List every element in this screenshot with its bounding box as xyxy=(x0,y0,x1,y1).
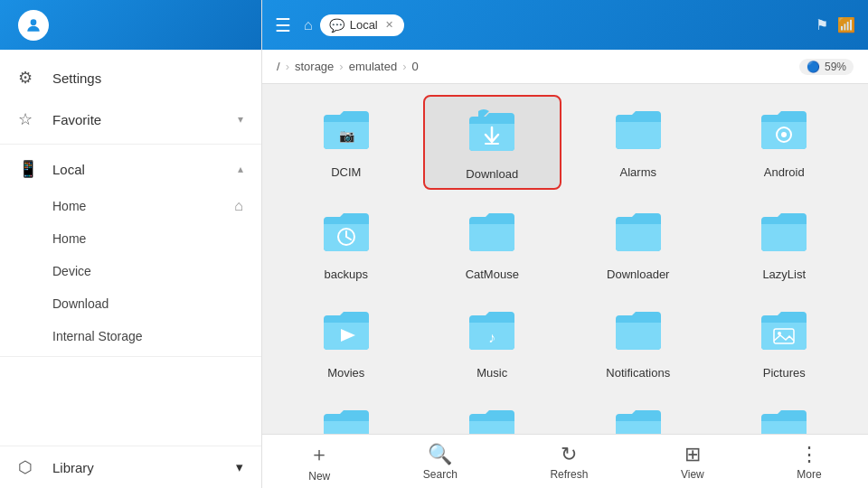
sidebar-item-library[interactable]: ⬡ Library ▾ xyxy=(0,446,261,488)
search-icon: 🔍 xyxy=(428,443,452,466)
tab-close-icon[interactable]: ✕ xyxy=(385,19,393,31)
view-icon: ⊞ xyxy=(684,443,701,466)
file-item-extra4[interactable] xyxy=(715,394,854,434)
file-item-movies[interactable]: Movies xyxy=(277,296,416,387)
breadcrumb-sep2: › xyxy=(339,60,343,73)
topbar-home-icon[interactable]: ⌂ xyxy=(304,17,313,33)
sidebar-sub-home2[interactable]: Home xyxy=(0,222,261,255)
topbar-actions: ⚑ 📶 xyxy=(816,16,855,33)
storage-percent: 59% xyxy=(825,61,846,73)
file-name-backups: backups xyxy=(325,267,368,281)
sidebar-header xyxy=(0,0,261,50)
file-name-android: Android xyxy=(764,165,805,179)
file-grid: 📷 DCIM Download xyxy=(277,95,854,434)
folder-icon-pictures xyxy=(758,306,810,361)
topbar-flag-icon[interactable]: ⚑ xyxy=(816,16,828,33)
main-area: ☰ ⌂ 💬 Local ✕ ⚑ 📶 / › storage › emulated… xyxy=(262,0,868,488)
svg-point-3 xyxy=(781,132,787,137)
tab-local-icon: 💬 xyxy=(329,18,344,33)
svg-point-0 xyxy=(31,19,37,25)
sidebar-sub-home1[interactable]: Home ⌂ xyxy=(0,190,261,222)
toolbar-search-button[interactable]: 🔍 Search xyxy=(414,439,467,484)
file-name-notifications: Notifications xyxy=(606,366,670,380)
sidebar-sub-home2-label: Home xyxy=(52,231,86,246)
file-item-android[interactable]: Android xyxy=(715,95,854,190)
folder-icon-extra4 xyxy=(758,405,810,434)
sidebar-local-label: Local xyxy=(52,162,238,177)
toolbar-search-label: Search xyxy=(423,468,458,481)
sidebar-menu: ⚙ Settings ☆ Favorite ▾ 📱 Local ▴ Home ⌂… xyxy=(0,50,261,446)
sidebar-library-label: Library xyxy=(52,460,94,475)
file-item-extra3[interactable] xyxy=(569,394,708,434)
folder-icon-android xyxy=(758,106,810,160)
chevron-down-icon: ▾ xyxy=(238,113,243,126)
file-name-movies: Movies xyxy=(327,366,364,380)
sidebar-settings-label: Settings xyxy=(52,70,243,86)
sidebar-sub-home1-label: Home xyxy=(52,199,86,213)
file-name-catmouse: CatMouse xyxy=(466,267,519,281)
library-icon: ⬡ xyxy=(18,457,40,477)
file-item-extra1[interactable] xyxy=(277,394,416,434)
sidebar-sub-internal-label: Internal Storage xyxy=(52,329,143,343)
file-item-lazylist[interactable]: LazyList xyxy=(715,197,854,288)
toolbar-more-button[interactable]: ⋮ More xyxy=(788,439,830,484)
file-name-download: Download xyxy=(466,167,518,181)
svg-text:♪: ♪ xyxy=(488,330,495,345)
storage-badge: 🔵 59% xyxy=(799,59,854,75)
sidebar: ⚙ Settings ☆ Favorite ▾ 📱 Local ▴ Home ⌂… xyxy=(0,0,262,488)
sidebar-divider2 xyxy=(0,356,261,357)
settings-icon: ⚙ xyxy=(18,68,40,88)
toolbar-refresh-button[interactable]: ↻ Refresh xyxy=(541,439,597,484)
sidebar-divider xyxy=(0,144,261,145)
breadcrumb-emulated[interactable]: emulated xyxy=(349,60,397,73)
folder-icon-movies xyxy=(320,306,373,361)
file-name-pictures: Pictures xyxy=(763,366,806,380)
file-item-dcim[interactable]: 📷 DCIM xyxy=(277,95,416,190)
file-item-extra2[interactable] xyxy=(423,394,562,434)
file-item-catmouse[interactable]: CatMouse xyxy=(423,197,562,288)
breadcrumb-sep1: › xyxy=(286,60,289,73)
local-icon: 📱 xyxy=(18,159,40,179)
sidebar-item-favorite[interactable]: ☆ Favorite ▾ xyxy=(0,99,261,140)
breadcrumb-sep3: › xyxy=(402,60,406,73)
topbar-wifi-icon[interactable]: 📶 xyxy=(837,16,855,33)
file-item-alarms[interactable]: Alarms xyxy=(569,95,708,190)
sidebar-item-settings[interactable]: ⚙ Settings xyxy=(0,57,261,99)
sidebar-sub-device[interactable]: Device xyxy=(0,255,261,287)
toolbar-view-button[interactable]: ⊞ View xyxy=(672,439,713,484)
new-icon: ＋ xyxy=(309,441,329,468)
sidebar-favorite-label: Favorite xyxy=(52,112,238,127)
sidebar-sub-internal[interactable]: Internal Storage xyxy=(0,320,261,352)
folder-icon-notifications xyxy=(612,306,665,361)
file-item-music[interactable]: ♪ Music xyxy=(423,296,562,387)
bottom-toolbar: ＋ New 🔍 Search ↻ Refresh ⊞ View ⋮ More xyxy=(262,434,868,488)
favorite-icon: ☆ xyxy=(18,109,40,129)
file-item-notifications[interactable]: Notifications xyxy=(569,296,708,387)
folder-icon-extra2 xyxy=(466,405,518,434)
folder-icon-dcim: 📷 xyxy=(320,106,373,160)
file-item-backups[interactable]: backups xyxy=(277,197,416,288)
chevron-up-icon: ▴ xyxy=(238,163,243,175)
breadcrumb-0[interactable]: 0 xyxy=(412,60,419,73)
topbar-local-tab[interactable]: 💬 Local ✕ xyxy=(320,14,404,36)
svg-text:📷: 📷 xyxy=(338,128,354,144)
sidebar-sub-device-label: Device xyxy=(52,264,91,278)
sidebar-sub-download[interactable]: Download xyxy=(0,287,261,320)
sidebar-item-local[interactable]: 📱 Local ▴ xyxy=(0,148,261,190)
folder-icon-music: ♪ xyxy=(466,306,518,361)
sidebar-sub-download-label: Download xyxy=(52,296,108,311)
file-item-downloader[interactable]: Downloader xyxy=(569,197,708,288)
file-name-alarms: Alarms xyxy=(620,165,656,179)
file-item-pictures[interactable]: Pictures xyxy=(715,296,854,387)
folder-icon-extra1 xyxy=(320,405,373,434)
more-icon: ⋮ xyxy=(799,443,819,466)
toolbar-new-button[interactable]: ＋ New xyxy=(299,437,339,486)
folder-icon-download xyxy=(466,108,518,162)
file-name-downloader: Downloader xyxy=(607,267,669,281)
folder-icon-lazylist xyxy=(758,208,810,262)
breadcrumb-root[interactable]: / xyxy=(277,60,280,73)
file-item-download[interactable]: Download xyxy=(423,95,562,190)
breadcrumb-storage[interactable]: storage xyxy=(295,60,334,73)
hamburger-icon[interactable]: ☰ xyxy=(275,14,291,36)
folder-icon-catmouse xyxy=(466,208,518,262)
